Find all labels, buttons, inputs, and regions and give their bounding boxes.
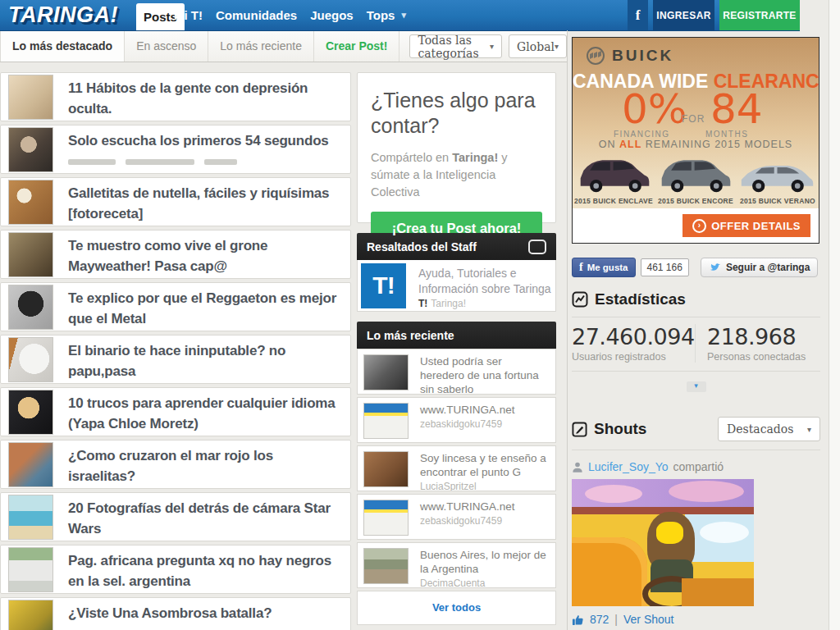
taringa-homepage: TARINGA! Posts Mi T! Comunidades Juegos … [0,0,840,630]
stat-label: Usuarios registrados [572,351,695,363]
post-row[interactable]: El binario te hace ininputable? no papu,… [0,335,351,384]
shout-image[interactable] [572,479,754,606]
recent-item[interactable]: www.TURINGA.net zebaskidgoku7459 [357,494,556,540]
post-row[interactable]: 20 Fotografías del detrás de cámara Star… [0,492,351,541]
stat-value: 27.460.094 [572,324,695,349]
recent-item[interactable]: www.TURINGA.net zebaskidgoku7459 [357,397,556,443]
post-thumbnail[interactable] [8,390,53,435]
login-button[interactable]: INGRESAR [653,0,714,30]
chart-icon [572,291,588,308]
thumbs-up-icon[interactable] [572,614,584,626]
categories-dropdown[interactable]: Todas las categorías ▾ [409,34,502,58]
shouts-heading: Shouts Destacados ▾ [572,417,820,441]
tab-crear-post[interactable]: Crear Post! [314,31,399,62]
recent-item[interactable]: Soy lincesa y te enseño a encontrar el p… [357,445,556,491]
post-row[interactable]: Te explico por que el Reggaeton es mejor… [0,282,351,331]
post-thumbnail[interactable] [8,75,53,120]
recent-thumbnail[interactable] [363,403,409,439]
post-title[interactable]: 20 Fotografías del detrás de cámara Star… [68,498,342,539]
post-row[interactable]: Solo escucha los primeros 54 segundos [0,125,351,174]
facebook-like-button[interactable]: f Me gusta [572,258,636,277]
recent-user[interactable]: zebaskidgoku7459 [420,418,549,430]
taringa-t-logo: T! [361,263,406,308]
post-thumbnail[interactable] [8,180,53,225]
brand-name: Taringa! [452,151,498,164]
chevron-down-icon[interactable]: ▾ [401,10,406,21]
post-thumbnail[interactable] [8,232,53,277]
post-title[interactable]: ¿Como cruzaron el mar rojo los israelita… [68,445,342,486]
offer-details-button[interactable]: › OFFER DETAILS [682,214,810,237]
post-row[interactable]: Pag. africana pregunta xq no hay negros … [0,545,351,594]
post-title[interactable]: 10 trucos para aprender cualquier idioma… [68,393,342,434]
menu-item-tops[interactable]: Tops [367,8,395,22]
buick-ad-banner[interactable]: BUICK CANADA WIDE CLEARANCE 0% FINANCING… [572,37,819,244]
tab-en-ascenso[interactable]: En ascenso [125,31,208,62]
post-thumbnail[interactable] [8,600,53,630]
collapse-stats-button[interactable]: ▾ [687,381,706,392]
shout-author-row: Lucifer_Soy_Yo compartió [572,460,820,473]
menu-item-mi-t[interactable]: Mi T! [174,8,203,22]
post-title[interactable]: Te muestro como vive el grone Mayweather… [68,235,342,276]
post-thumbnail[interactable] [8,547,53,592]
post-title[interactable]: Solo escucha los primeros 54 segundos [68,130,342,151]
twitter-follow-button[interactable]: Seguir a @taringa [701,258,818,277]
recent-title[interactable]: www.TURINGA.net [420,403,549,417]
post-title[interactable]: 11 Hábitos de la gente con depresión ocu… [68,78,342,119]
featured-post-list: 11 Hábitos de la gente con depresión ocu… [0,72,351,630]
shouts-filter-dropdown[interactable]: Destacados ▾ [718,417,820,441]
post-row[interactable]: 10 trucos para aprender cualquier idioma… [0,387,351,436]
recent-title[interactable]: Soy lincesa y te enseño a encontrar el p… [420,451,549,479]
region-dropdown[interactable]: Global ▾ [509,34,567,58]
post-row[interactable]: 11 Hábitos de la gente con depresión ocu… [0,72,351,121]
post-title[interactable]: Galletitas de nutella, fáciles y riquísi… [68,183,342,224]
post-title[interactable]: Te explico por que el Reggaeton es mejor… [68,288,342,329]
post-row[interactable]: Galletitas de nutella, fáciles y riquísi… [0,177,351,226]
user-icon [572,461,583,473]
post-thumbnail[interactable] [8,337,53,382]
post-title[interactable]: ¿Viste Una Asombrosa batalla? [68,603,342,623]
recent-title[interactable]: Buenos Aires, lo mejor de la Argentina [420,548,549,576]
tab-lo-mas-destacado[interactable]: Lo más destacado [0,31,125,62]
recent-item[interactable]: Buenos Aires, lo mejor de la Argentina D… [357,542,556,588]
recent-user[interactable]: zebaskidgoku7459 [420,515,549,527]
recent-thumbnail[interactable] [363,548,409,584]
recent-item[interactable]: Usted podría ser heredero de una fortuna… [357,349,556,395]
divider [572,371,820,372]
post-thumbnail[interactable] [8,127,53,172]
post-thumbnail[interactable] [8,442,53,487]
staff-item-title[interactable]: Ayuda, Tutoriales e Información sobre Ta… [418,263,552,297]
divider [572,317,820,317]
ad-headline: CANADA WIDE CLEARANCE [573,71,819,93]
recent-user[interactable]: LuciaSpritzel [420,481,549,491]
staff-highlight-item[interactable]: T! Ayuda, Tutoriales e Información sobre… [357,260,556,312]
collapse-toggle-icon[interactable] [528,240,546,254]
recent-thumbnail[interactable] [363,451,409,487]
register-button[interactable]: REGISTRARTE [719,0,800,30]
menu-item-comunidades[interactable]: Comunidades [216,8,297,22]
post-row[interactable]: Te muestro como vive el grone Mayweather… [0,230,351,279]
recent-thumbnail[interactable] [363,500,409,536]
see-all-link[interactable]: Ver todos [357,591,556,625]
taringa-logo[interactable]: TARINGA! [8,2,118,28]
menu-item-juegos[interactable]: Juegos [310,8,354,22]
scrollbar-track[interactable] [829,0,840,630]
post-row[interactable]: ¿Como cruzaron el mar rojo los israelita… [0,440,351,489]
car-label: 2015 BUICK ENCORE [655,197,737,205]
create-post-text: Compártelo en Taringa! y súmate a la Int… [371,149,542,201]
post-thumbnail[interactable] [8,285,53,330]
shout-like-count[interactable]: 872 [590,613,609,626]
post-row[interactable]: ¿Viste Una Asombrosa batalla? [0,597,351,630]
view-shout-link[interactable]: Ver Shout [623,613,674,626]
post-title[interactable]: El binario te hace ininputable? no papu,… [68,340,342,381]
ad-financing-label: FINANCING [614,130,670,139]
facebook-icon[interactable]: f [628,0,648,30]
post-thumbnail[interactable] [8,495,53,540]
tab-lo-mas-reciente[interactable]: Lo más reciente [208,31,314,62]
shout-user-link[interactable]: Lucifer_Soy_Yo [588,460,669,473]
post-title[interactable]: Pag. africana pregunta xq no hay negros … [68,550,342,591]
recent-title[interactable]: Usted podría ser heredero de una fortuna… [420,354,549,395]
recent-user[interactable]: DecimaCuenta [420,578,549,588]
shout-image-cloud [585,485,642,503]
recent-thumbnail[interactable] [363,354,409,390]
recent-title[interactable]: www.TURINGA.net [420,500,549,514]
